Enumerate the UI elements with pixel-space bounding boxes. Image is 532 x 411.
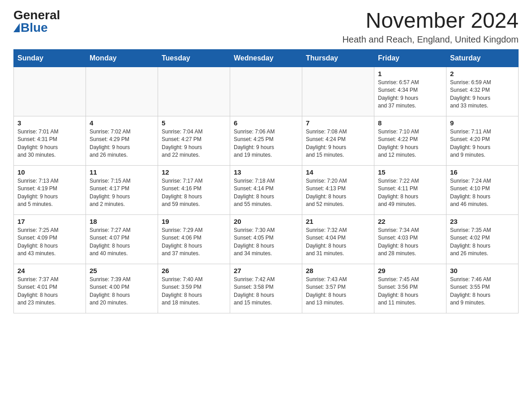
week-row-5: 24Sunrise: 7:37 AM Sunset: 4:01 PM Dayli… [14,264,519,313]
calendar-cell: 14Sunrise: 7:20 AM Sunset: 4:13 PM Dayli… [302,165,374,214]
day-info: Sunrise: 7:37 AM Sunset: 4:01 PM Dayligh… [17,276,82,307]
day-info: Sunrise: 6:57 AM Sunset: 4:34 PM Dayligh… [378,79,442,110]
calendar-cell: 25Sunrise: 7:39 AM Sunset: 4:00 PM Dayli… [86,264,158,313]
calendar-cell: 18Sunrise: 7:27 AM Sunset: 4:07 PM Dayli… [86,214,158,264]
calendar-cell [86,67,158,116]
day-info: Sunrise: 7:30 AM Sunset: 4:05 PM Dayligh… [234,227,298,258]
calendar-cell: 20Sunrise: 7:30 AM Sunset: 4:05 PM Dayli… [230,214,302,264]
calendar-cell: 1Sunrise: 6:57 AM Sunset: 4:34 PM Daylig… [374,67,446,116]
calendar-cell: 6Sunrise: 7:06 AM Sunset: 4:25 PM Daylig… [230,116,302,165]
day-number: 18 [90,218,154,225]
day-number: 27 [234,267,298,274]
calendar-cell: 30Sunrise: 7:46 AM Sunset: 3:55 PM Dayli… [446,264,519,313]
calendar-cell: 13Sunrise: 7:18 AM Sunset: 4:14 PM Dayli… [230,165,302,214]
week-row-4: 17Sunrise: 7:25 AM Sunset: 4:09 PM Dayli… [14,214,519,264]
day-number: 12 [162,168,226,176]
day-number: 21 [306,218,370,225]
day-number: 15 [378,168,442,176]
day-info: Sunrise: 7:39 AM Sunset: 4:00 PM Dayligh… [90,276,154,307]
day-number: 25 [90,267,154,274]
day-number: 20 [234,218,298,225]
weekday-header-thursday: Thursday [302,49,374,67]
day-info: Sunrise: 7:06 AM Sunset: 4:25 PM Dayligh… [234,128,298,159]
weekday-header-monday: Monday [86,49,158,67]
day-info: Sunrise: 7:24 AM Sunset: 4:10 PM Dayligh… [450,177,515,209]
day-info: Sunrise: 7:45 AM Sunset: 3:56 PM Dayligh… [378,276,442,307]
calendar-cell: 2Sunrise: 6:59 AM Sunset: 4:32 PM Daylig… [446,67,519,116]
day-number: 26 [162,267,226,274]
location-subtitle: Heath and Reach, England, United Kingdom [342,34,519,45]
calendar-cell: 21Sunrise: 7:32 AM Sunset: 4:04 PM Dayli… [302,214,374,264]
day-number: 2 [450,70,515,77]
calendar-cell [158,67,230,116]
day-number: 29 [378,267,442,274]
day-info: Sunrise: 7:29 AM Sunset: 4:06 PM Dayligh… [162,227,226,258]
title-area: November 2024 Heath and Reach, England, … [342,9,519,45]
day-info: Sunrise: 7:43 AM Sunset: 3:57 PM Dayligh… [306,276,370,307]
logo-blue-text: Blue [21,21,48,34]
week-row-1: 1Sunrise: 6:57 AM Sunset: 4:34 PM Daylig… [14,67,519,116]
calendar-cell: 10Sunrise: 7:13 AM Sunset: 4:19 PM Dayli… [14,165,86,214]
day-number: 16 [450,168,515,176]
day-info: Sunrise: 7:10 AM Sunset: 4:22 PM Dayligh… [378,128,442,159]
day-number: 23 [450,218,515,225]
weekday-header-row: SundayMondayTuesdayWednesdayThursdayFrid… [14,49,519,67]
day-info: Sunrise: 7:35 AM Sunset: 4:02 PM Dayligh… [450,227,515,258]
day-number: 30 [450,267,515,274]
day-info: Sunrise: 7:18 AM Sunset: 4:14 PM Dayligh… [234,177,298,209]
calendar-cell: 28Sunrise: 7:43 AM Sunset: 3:57 PM Dayli… [302,264,374,313]
logo-general-text: General [13,9,60,21]
calendar-cell: 27Sunrise: 7:42 AM Sunset: 3:58 PM Dayli… [230,264,302,313]
day-number: 6 [234,119,298,127]
weekday-header-sunday: Sunday [14,49,86,67]
day-number: 5 [162,119,226,127]
day-number: 13 [234,168,298,176]
day-number: 4 [90,119,154,127]
calendar-cell: 7Sunrise: 7:08 AM Sunset: 4:24 PM Daylig… [302,116,374,165]
day-number: 3 [17,119,82,127]
day-info: Sunrise: 7:15 AM Sunset: 4:17 PM Dayligh… [90,177,154,209]
calendar-cell: 11Sunrise: 7:15 AM Sunset: 4:17 PM Dayli… [86,165,158,214]
day-number: 22 [378,218,442,225]
day-number: 14 [306,168,370,176]
day-info: Sunrise: 7:22 AM Sunset: 4:11 PM Dayligh… [378,177,442,209]
day-number: 28 [306,267,370,274]
weekday-header-friday: Friday [374,49,446,67]
calendar-cell: 8Sunrise: 7:10 AM Sunset: 4:22 PM Daylig… [374,116,446,165]
day-number: 17 [17,218,82,225]
day-info: Sunrise: 7:25 AM Sunset: 4:09 PM Dayligh… [17,227,82,258]
day-number: 1 [378,70,442,77]
week-row-2: 3Sunrise: 7:01 AM Sunset: 4:31 PM Daylig… [14,116,519,165]
calendar-cell: 12Sunrise: 7:17 AM Sunset: 4:16 PM Dayli… [158,165,230,214]
day-info: Sunrise: 7:40 AM Sunset: 3:59 PM Dayligh… [162,276,226,307]
header: General Blue November 2024 Heath and Rea… [13,9,519,45]
logo-triangle-icon [13,23,20,32]
calendar-cell: 23Sunrise: 7:35 AM Sunset: 4:02 PM Dayli… [446,214,519,264]
month-title: November 2024 [342,9,519,33]
day-number: 9 [450,119,515,127]
day-info: Sunrise: 7:13 AM Sunset: 4:19 PM Dayligh… [17,177,82,209]
day-number: 11 [90,168,154,176]
day-info: Sunrise: 7:20 AM Sunset: 4:13 PM Dayligh… [306,177,370,209]
calendar-cell: 16Sunrise: 7:24 AM Sunset: 4:10 PM Dayli… [446,165,519,214]
day-info: Sunrise: 7:11 AM Sunset: 4:20 PM Dayligh… [450,128,515,159]
day-number: 7 [306,119,370,127]
calendar-cell: 15Sunrise: 7:22 AM Sunset: 4:11 PM Dayli… [374,165,446,214]
calendar-cell: 17Sunrise: 7:25 AM Sunset: 4:09 PM Dayli… [14,214,86,264]
day-number: 10 [17,168,82,176]
calendar-cell: 19Sunrise: 7:29 AM Sunset: 4:06 PM Dayli… [158,214,230,264]
day-info: Sunrise: 7:32 AM Sunset: 4:04 PM Dayligh… [306,227,370,258]
calendar-cell: 9Sunrise: 7:11 AM Sunset: 4:20 PM Daylig… [446,116,519,165]
calendar-cell: 29Sunrise: 7:45 AM Sunset: 3:56 PM Dayli… [374,264,446,313]
day-info: Sunrise: 7:08 AM Sunset: 4:24 PM Dayligh… [306,128,370,159]
calendar-cell: 24Sunrise: 7:37 AM Sunset: 4:01 PM Dayli… [14,264,86,313]
logo: General Blue [13,9,60,34]
day-info: Sunrise: 7:04 AM Sunset: 4:27 PM Dayligh… [162,128,226,159]
calendar-cell: 4Sunrise: 7:02 AM Sunset: 4:29 PM Daylig… [86,116,158,165]
day-info: Sunrise: 7:46 AM Sunset: 3:55 PM Dayligh… [450,276,515,307]
day-info: Sunrise: 7:17 AM Sunset: 4:16 PM Dayligh… [162,177,226,209]
day-number: 8 [378,119,442,127]
day-number: 19 [162,218,226,225]
calendar-cell [230,67,302,116]
day-info: Sunrise: 7:01 AM Sunset: 4:31 PM Dayligh… [17,128,82,159]
